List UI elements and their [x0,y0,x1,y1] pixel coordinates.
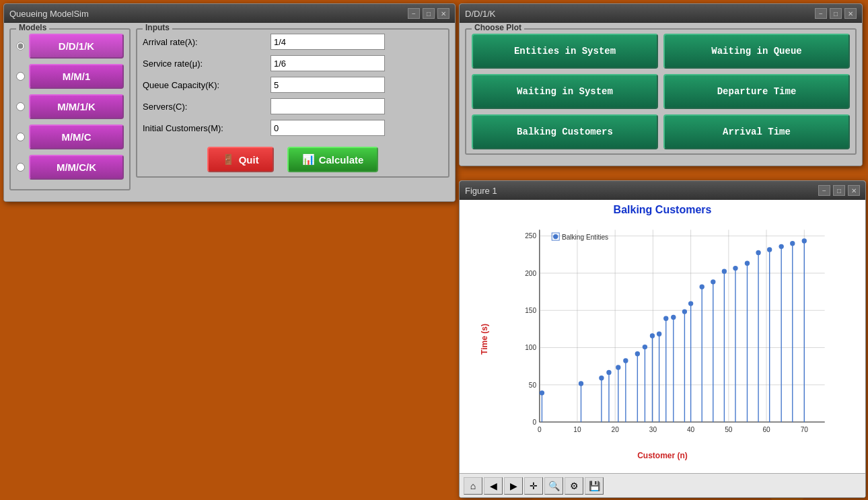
minimize-button[interactable]: − [408,8,420,19]
waiting-in-queue-button[interactable]: Waiting in Queue [663,34,850,69]
svg-point-62 [688,301,693,306]
save-button[interactable]: 💾 [585,477,604,495]
back-button[interactable]: ◀ [484,477,503,495]
models-label: Models [16,23,49,32]
chart-area: Balking Customers Time (s) Customer (n) [460,200,865,473]
plot-body: Choose Plot Entities in System Waiting i… [460,23,862,166]
figure-controls: − □ ✕ [818,185,860,196]
inputs-panel: Inputs Arrival rate(λ): Service rate(μ):… [136,28,449,196]
svg-point-42 [606,370,611,375]
modelsim-controls: − □ ✕ [408,8,449,19]
initial-customers-label: Initial Customers(M): [143,123,270,133]
model-radio-dd1k[interactable] [16,42,25,50]
svg-point-40 [599,376,604,380]
plot-minimize-button[interactable]: − [815,8,827,19]
input-row-service: Service rate(μ): [143,55,443,71]
model-radio-mm1k[interactable] [16,102,25,111]
modelsim-window: Queueing ModelSim − □ ✕ Models D/D/1/K M… [3,3,456,202]
home-button[interactable]: ⌂ [464,477,482,495]
entities-in-system-button[interactable]: Entities in System [472,34,658,69]
svg-point-80 [790,241,795,246]
arrival-rate-input[interactable] [270,34,385,50]
figure-title: Figure 1 [465,186,497,196]
svg-point-58 [671,315,676,320]
model-item-mm1: M/M/1 [16,64,124,89]
svg-point-68 [722,269,727,273]
modelsim-titlebar: Queueing ModelSim − □ ✕ [4,4,455,23]
plot-titlebar: D/D/1/K − □ ✕ [460,4,862,23]
plot-title: D/D/1/K [465,9,496,19]
zoom-button[interactable]: 🔍 [544,477,563,495]
svg-text:60: 60 [762,426,770,433]
arrival-time-button[interactable]: Arrival Time [663,114,850,149]
departure-time-button[interactable]: Departure Time [663,74,850,109]
inputs-label: Inputs [143,23,172,32]
calculate-button[interactable]: 📊 Calculate [287,147,379,172]
svg-text:30: 30 [649,426,657,433]
forward-button[interactable]: ▶ [504,477,523,495]
svg-point-56 [663,316,668,321]
svg-text:50: 50 [725,426,733,433]
maximize-button[interactable]: □ [423,8,435,19]
svg-point-33 [553,234,558,239]
figure-maximize-button[interactable]: □ [833,185,845,196]
arrival-rate-label: Arrival rate(λ): [143,37,270,47]
model-radio-mm1[interactable] [16,72,25,81]
svg-point-38 [579,381,583,386]
quit-icon: 🚪 [222,153,235,166]
chart-svg: 0 50 100 150 200 250 0 10 20 30 40 50 60… [500,217,852,447]
model-item-mmc: M/M/C [16,124,124,149]
model-btn-mm1[interactable]: M/M/1 [29,64,124,89]
model-radio-mmc[interactable] [16,133,25,141]
svg-text:40: 40 [687,426,695,433]
figure-minimize-button[interactable]: − [818,185,830,196]
queue-capacity-input[interactable] [270,77,385,93]
servers-label: Servers(C): [143,102,270,112]
waiting-in-system-button[interactable]: Waiting in System [472,74,658,109]
model-item-mmck: M/M/C/K [16,155,124,180]
svg-point-50 [643,345,647,349]
quit-label: Quit [239,154,259,166]
calc-label: Calculate [319,154,364,166]
modelsim-title: Queueing ModelSim [9,9,89,19]
svg-text:250: 250 [525,232,536,240]
figure-window: Figure 1 − □ ✕ Balking Customers Time (s… [459,180,866,498]
close-button[interactable]: ✕ [437,8,449,19]
quit-button[interactable]: 🚪 Quit [207,147,274,172]
svg-point-44 [616,365,620,369]
chart-title: Balking Customers [460,200,865,217]
main-layout: Models D/D/1/K M/M/1 M/M/1/K [9,28,449,196]
model-btn-dd1k[interactable]: D/D/1/K [29,34,124,59]
service-rate-label: Service rate(μ): [143,59,270,69]
servers-input[interactable] [270,98,385,114]
configure-button[interactable]: ⚙ [565,477,583,495]
svg-point-36 [540,390,544,395]
input-row-arrival: Arrival rate(λ): [143,34,443,50]
plot-window: D/D/1/K − □ ✕ Choose Plot Entities in Sy… [459,3,863,166]
svg-point-48 [635,351,640,356]
svg-point-74 [756,250,760,255]
model-btn-mm1k[interactable]: M/M/1/K [29,94,124,119]
pan-button[interactable]: ✛ [524,477,543,495]
chart-wrapper: Time (s) Customer (n) [466,217,859,460]
svg-text:100: 100 [525,344,536,351]
queue-capacity-label: Queue Capacity(K): [143,80,270,90]
plot-controls: − □ ✕ [815,8,857,19]
model-btn-mmck[interactable]: M/M/C/K [29,155,124,180]
service-rate-input[interactable] [270,55,385,71]
x-axis-label: Customer (n) [637,451,688,460]
plot-close-button[interactable]: ✕ [844,8,857,19]
figure-close-button[interactable]: ✕ [848,185,860,196]
figure-body: Balking Customers Time (s) Customer (n) [460,200,865,497]
svg-point-46 [623,358,628,363]
svg-point-76 [767,247,772,252]
svg-text:10: 10 [573,426,581,433]
model-item-dd1k: D/D/1/K [16,34,124,59]
models-panel: Models D/D/1/K M/M/1 M/M/1/K [9,28,131,196]
model-btn-mmc[interactable]: M/M/C [29,124,124,149]
plot-maximize-button[interactable]: □ [830,8,842,19]
figure-titlebar: Figure 1 − □ ✕ [460,181,865,200]
model-radio-mmck[interactable] [16,163,25,172]
balking-customers-button[interactable]: Balking Customers [472,114,658,149]
initial-customers-input[interactable] [270,120,385,136]
